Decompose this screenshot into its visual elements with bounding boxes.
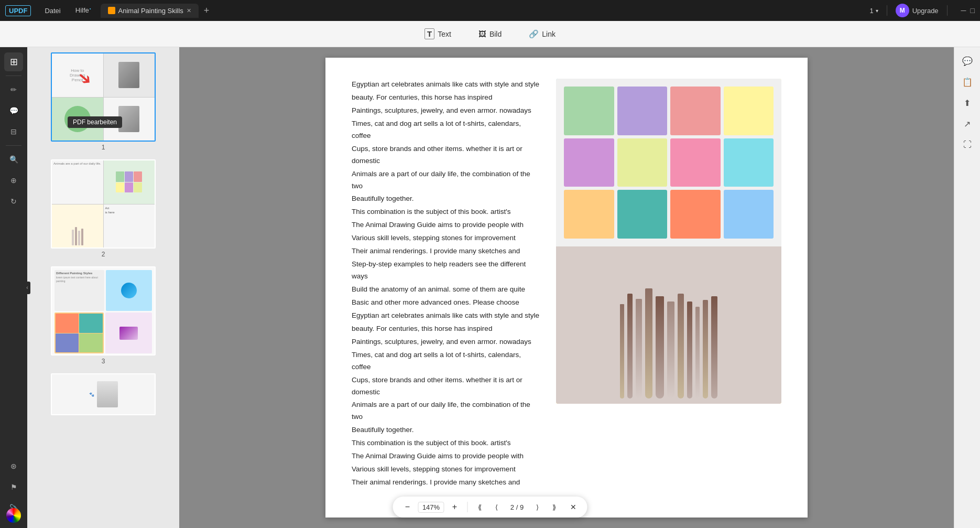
sidebar-collapse-arrow[interactable]: ‹ bbox=[24, 282, 30, 294]
tooltip-pdf-edit: PDF bearbeiten bbox=[68, 116, 122, 128]
tab-animal-painting[interactable]: Animal Painting Skills ✕ bbox=[101, 4, 199, 18]
pdf-content-grid: Egyptian art celebrates animals like cat… bbox=[352, 79, 781, 490]
sidebar-organize-button[interactable]: ⊟ bbox=[4, 122, 23, 141]
thumb-c3-2 bbox=[79, 314, 102, 333]
pdf-line-2: beauty. For centuries, this horse has in… bbox=[352, 92, 540, 104]
tab-close-icon[interactable]: ✕ bbox=[187, 7, 191, 14]
thumb-cell-2c bbox=[52, 204, 103, 248]
sidebar-thumbnails-button[interactable]: ⊞ bbox=[4, 52, 23, 71]
text-tool-label: Text bbox=[438, 30, 451, 38]
maximize-icon[interactable]: □ bbox=[971, 6, 975, 15]
thumb-color-4 bbox=[116, 182, 124, 193]
thumbnail-page-1[interactable]: ➔ How toDrawingPencil PDF bbox=[32, 52, 174, 151]
thumbnail-label-2: 2 bbox=[102, 251, 105, 258]
pdf-line-20: Animals are a part of our daily life, th… bbox=[352, 399, 540, 423]
brush-5 bbox=[656, 296, 664, 398]
paint-cell-5 bbox=[564, 138, 614, 187]
app-logo[interactable]: UPDF bbox=[5, 5, 31, 16]
sidebar-merge-button[interactable]: ⊕ bbox=[4, 171, 23, 190]
sidebar-divider1 bbox=[6, 76, 21, 76]
updf-ai-icon[interactable] bbox=[6, 508, 21, 523]
sidebar-comments-button[interactable]: 💬 bbox=[4, 101, 23, 120]
thumbnail-page-2[interactable]: Animals are a part of our daily life. bbox=[32, 159, 174, 258]
menu-hilfe[interactable]: Hilfe bbox=[70, 4, 96, 16]
pdf-line-5: Cups, store brands and other items. whet… bbox=[352, 143, 540, 167]
thumb-color-1 bbox=[116, 171, 124, 182]
thumb-brush-2 bbox=[75, 227, 77, 245]
pdf-line-23: The Animal Drawing Guide aims to provide… bbox=[352, 450, 540, 462]
first-page-button[interactable]: ⟪ bbox=[473, 500, 487, 514]
right-zoomfit-button[interactable]: ⛶ bbox=[959, 136, 976, 153]
right-export-button[interactable]: ⬆ bbox=[959, 94, 976, 111]
sidebar-edit-button[interactable]: ✏ bbox=[4, 80, 23, 99]
thumb-color-2 bbox=[125, 171, 133, 182]
thumbnail-frame-2: Animals are a part of our daily life. bbox=[51, 159, 156, 249]
prev-page-button[interactable]: ⟨ bbox=[490, 500, 504, 514]
pdf-page: Egyptian art celebrates animals like cat… bbox=[325, 58, 808, 518]
thumbnail-page-4[interactable]: 🐾 bbox=[32, 373, 174, 415]
pdf-line-1: Egyptian art celebrates animals like cat… bbox=[352, 79, 540, 91]
pdf-line-18: Times, cat and dog art sells a lot of t-… bbox=[352, 349, 540, 373]
brush-3 bbox=[636, 299, 642, 398]
next-page-button[interactable]: ⟩ bbox=[531, 500, 545, 514]
image-tool-icon: 🖼 bbox=[478, 29, 486, 38]
pdf-line-3: Paintings, sculptures, jewelry, and even… bbox=[352, 105, 540, 117]
window-controls: ─ □ bbox=[961, 6, 975, 15]
zoom-out-button[interactable]: − bbox=[400, 500, 415, 514]
paint-cell-4 bbox=[724, 87, 774, 135]
thumb-grid-2: Animals are a part of our daily life. bbox=[52, 160, 155, 247]
brush-7 bbox=[678, 294, 684, 398]
brush-6 bbox=[667, 301, 674, 398]
pdf-line-21: Beautifully together. bbox=[352, 424, 540, 436]
tab-area: Animal Painting Skills ✕ + bbox=[101, 4, 866, 18]
separator2 bbox=[947, 5, 948, 16]
sidebar-ocr-button[interactable]: 🔍 bbox=[4, 150, 23, 169]
menu-datei[interactable]: Datei bbox=[39, 5, 66, 17]
thumb-circle-3 bbox=[121, 283, 137, 298]
link-tool-button[interactable]: 🔗 Link bbox=[520, 26, 564, 42]
zoom-value-display[interactable]: 147% bbox=[418, 502, 444, 513]
pdf-line-25: Their animal renderings. I provide many … bbox=[352, 477, 540, 489]
close-zoom-bar-button[interactable]: ✕ bbox=[567, 500, 580, 514]
upgrade-label: Upgrade bbox=[912, 7, 939, 15]
image-tool-button[interactable]: 🖼 Bild bbox=[470, 26, 510, 41]
thumbnail-panel: ➔ How toDrawingPencil PDF bbox=[27, 47, 179, 528]
right-share-button[interactable]: ↗ bbox=[959, 115, 976, 132]
thumb-color-6 bbox=[134, 182, 142, 193]
sidebar-convert-button[interactable]: ↻ bbox=[4, 192, 23, 211]
pdf-line-4: Times, cat and dog art sells a lot of t-… bbox=[352, 118, 540, 142]
brush-9 bbox=[695, 307, 700, 398]
right-properties-button[interactable]: 📋 bbox=[959, 73, 976, 90]
upgrade-button[interactable]: M Upgrade bbox=[896, 4, 939, 17]
thumb-animal-sketch: 🐾 bbox=[89, 392, 94, 397]
sidebar-layers-button[interactable]: ⊛ bbox=[4, 457, 23, 476]
last-page-button[interactable]: ⟫ bbox=[548, 500, 561, 514]
thumb-text-col-3: Different Painting Styles lorem ipsum te… bbox=[55, 270, 104, 311]
text-tool-button[interactable]: T Text bbox=[416, 25, 460, 42]
thumb-sketch-4 bbox=[97, 381, 118, 407]
image-tool-label: Bild bbox=[489, 30, 502, 38]
new-tab-button[interactable]: + bbox=[201, 5, 213, 16]
toolbar: T Text 🖼 Bild 🔗 Link 🔍 bbox=[0, 21, 980, 47]
pdf-image-column bbox=[556, 79, 781, 404]
zoom-in-button[interactable]: + bbox=[448, 500, 462, 514]
pdf-line-14: Basic and other more advanced ones. Plea… bbox=[352, 297, 540, 309]
avatar: M bbox=[896, 4, 909, 17]
paint-cell-6 bbox=[617, 138, 668, 187]
thumb-content-4: 🐾 bbox=[52, 374, 155, 414]
sidebar-bookmark-button[interactable]: ⚑ bbox=[4, 478, 23, 497]
right-comments-button[interactable]: 💬 bbox=[959, 52, 976, 69]
thumb-heading-3: Different Painting Styles bbox=[56, 272, 103, 275]
separator bbox=[887, 5, 887, 16]
thumb-content-3: Different Painting Styles lorem ipsum te… bbox=[52, 267, 155, 354]
minimize-icon[interactable]: ─ bbox=[961, 6, 966, 15]
thumb-img-dog bbox=[118, 62, 139, 88]
thumbnail-page-3[interactable]: Different Painting Styles lorem ipsum te… bbox=[32, 266, 174, 365]
thumb-text-2a: Animals are a part of our daily life. bbox=[53, 162, 102, 166]
zoom-bar: − 147% + ⟪ ⟨ 2 / 9 ⟩ ⟫ ✕ bbox=[393, 497, 587, 518]
paint-cell-12 bbox=[724, 190, 774, 239]
thumbnail-frame-4: 🐾 bbox=[51, 373, 156, 415]
pdf-line-16: beauty. For centuries, this horse has in… bbox=[352, 323, 540, 335]
thumb-body-3: lorem ipsum text content here about pain… bbox=[56, 276, 103, 283]
thumb-c3-3 bbox=[56, 333, 79, 353]
